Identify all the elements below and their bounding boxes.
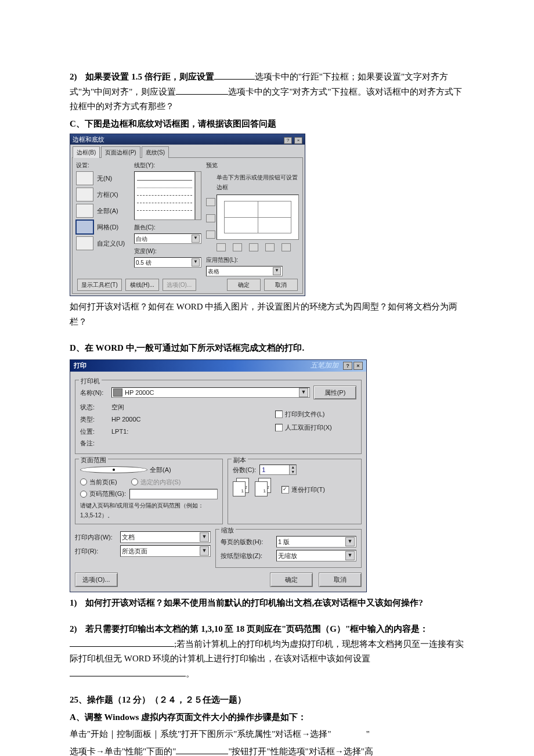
print-dropdown[interactable]: 所选页面 ▼ [120,545,211,557]
scale-label: 按纸型缩放(Z): [221,550,273,561]
cancel-button[interactable]: 取消 [264,279,298,291]
preview-left-buttons [206,196,215,240]
border-vmid-button[interactable] [249,243,258,251]
copies-label: 份数(C): [233,465,256,476]
checkbox-icon: ✓ [282,486,289,494]
setting-box-thumb [76,188,93,201]
collate-preview: 2 1 2 1 ✓逐份打印(T) [233,478,356,495]
copies-spinner[interactable]: 1 ▲▼ [259,465,297,475]
loc-value: LPT1: [111,426,128,437]
ok-button[interactable]: 确定 [227,279,261,291]
width-dropdown[interactable]: 0.5 磅 ▼ [134,257,201,268]
spin-down-icon[interactable]: ▼ [289,470,296,474]
manual-duplex-checkbox[interactable]: 人工双面打印(X) [275,422,356,433]
dialog1-titlebar: 边框和底纹 ? × [70,134,305,145]
close-icon[interactable]: × [294,137,302,144]
qc-heading: C、下图是边框和底纹对话框图，请根据该图回答问题 [70,117,464,132]
spin-up-icon[interactable]: ▲ [289,465,296,470]
setting-box[interactable]: 方框(X) [76,188,129,201]
range-selection-label: 选定的内容(S) [140,477,181,488]
style-listbox[interactable] [134,171,195,220]
after-dialog1-question: 如何打开该对话框？如何在 WORD 中插入图片，并设置图片的环绕方式为四周型？如… [70,300,464,329]
range-current-radio[interactable]: 当前页(E) [80,477,117,488]
q25-a: A、调整 Windows 虚拟内存页面文件大小的操作步骤是如下： [70,710,464,725]
border-bottom-button[interactable] [206,231,215,239]
print-to-file-label: 打印到文件(L) [285,409,324,420]
preview-box[interactable] [217,195,299,240]
setting-grid-label: 网格(D) [97,222,118,233]
help-icon[interactable]: ? [343,362,352,370]
border-hmid-button[interactable] [206,214,215,222]
show-toolbar-button[interactable]: 显示工具栏(T) [77,279,122,291]
printer-group: 打印机 名称(N): HP 2000C ▼ 属性(P) 状态:空闲 [75,380,362,454]
range-hint: 请键入页码和/或用逗号分隔的页码范围（例如：1,3,5-12）。 [80,501,218,520]
persheet-value: 1 版 [278,537,290,548]
blank-4[interactable] [70,667,186,676]
setting-grid[interactable]: 网格(D) [76,220,129,234]
hline-button[interactable]: 横线(H)... [125,279,159,291]
apply-dropdown[interactable]: 表格 ▼ [206,266,283,276]
printer-name-dropdown[interactable]: HP 2000C ▼ [111,387,310,398]
setting-box-label: 方框(X) [97,189,118,200]
setting-custom-thumb [76,236,93,250]
borders-shading-dialog: 边框和底纹 ? × 边框(B) 页面边框(P) 底纹(S) 设置: 无(N) [70,134,305,296]
border-left-button[interactable] [233,243,242,251]
checkbox-icon [275,411,283,418]
chevron-down-icon: ▼ [200,532,209,542]
border-right-button[interactable] [265,243,275,251]
print-to-file-checkbox[interactable]: 打印到文件(L) [275,409,356,420]
properties-button[interactable]: 属性(P) [313,386,356,400]
setting-all[interactable]: 全部(A) [76,204,129,218]
setting-all-label: 全部(A) [97,206,118,217]
range-pages-label: 页码范围(G): [89,488,126,499]
color-dropdown[interactable]: 自动 ▼ [134,233,201,244]
border-diag2-button[interactable] [282,243,291,251]
help-icon[interactable]: ? [284,137,292,144]
setting-none[interactable]: 无(N) [76,171,129,185]
ok-button[interactable]: 确定 [270,573,313,587]
chevron-down-icon: ▼ [345,551,355,560]
border-top-button[interactable] [206,198,215,206]
tab-border[interactable]: 边框(B) [73,146,100,158]
tab-page-border[interactable]: 页面边框(P) [101,146,140,158]
dialog1-footer: 显示工具栏(T) 横线(H)... 选项(O)... 确定 取消 [76,276,299,291]
dialog2-footer: 选项(O)... 确定 取消 [75,573,362,587]
content-label: 打印内容(W): [75,532,117,543]
scale-dropdown[interactable]: 无缩放 ▼ [276,550,356,561]
q25-line2b: "按钮打开"性能选项"对话框→选择"高 [228,747,373,756]
persheet-dropdown[interactable]: 1 版 ▼ [276,536,356,548]
collate-checkbox[interactable]: ✓逐份打印(T) [282,484,325,495]
close-icon[interactable]: × [353,362,363,370]
content-value: 文档 [122,532,135,543]
q2-lead: 2) 如果要设置 1.5 倍行距，则应设置 [70,72,214,81]
setting-all-thumb [76,204,93,218]
blank-3[interactable] [70,638,174,647]
blank-2[interactable] [176,85,228,95]
blank-5[interactable] [176,745,228,754]
style-scrollbar[interactable] [195,171,201,220]
range-pages-radio[interactable]: 页码范围(G): [80,488,126,499]
setting-custom[interactable]: 自定义(U) [76,236,129,250]
print-label: 打印(R): [75,546,117,557]
copies-value: 1 [260,465,289,474]
tab-shading[interactable]: 底纹(S) [142,146,169,158]
print-dialog: 打印 五笔加加 ? × 打印机 名称(N): HP 2000C [70,359,367,592]
chevron-down-icon: ▼ [299,388,308,397]
q25-line2: 选项卡→单击"性能"下面的""按钮打开"性能选项"对话框→选择"高 [70,744,464,756]
border-diag1-button[interactable] [217,243,226,251]
options-button[interactable]: 选项(O)... [75,573,118,587]
color-value: 自动 [136,234,147,244]
setting-custom-label: 自定义(U) [97,238,125,249]
settings-column: 设置: 无(N) 方框(X) 全部(A) 网格 [76,160,129,276]
blank-1[interactable] [214,70,255,80]
chevron-down-icon: ▼ [200,546,209,556]
q25-line1: 单击"开始｜控制面板｜系统"打开下图所示"系统属性"对话框→选择" " [70,727,464,742]
qd1-question: 1) 如何打开该对话框？如果不使用当前默认的打印机输出文档,在该对话框中又该如何… [70,596,464,611]
range-pages-input[interactable] [129,489,218,499]
range-all-radio[interactable]: 全部(A) [80,465,171,476]
cancel-button[interactable]: 取消 [319,573,362,587]
q25-line2a: 选项卡→单击"性能"下面的" [70,747,176,756]
status-label: 状态: [80,402,108,413]
color-label: 颜色(C): [134,222,201,232]
content-dropdown[interactable]: 文档 ▼ [120,531,211,543]
